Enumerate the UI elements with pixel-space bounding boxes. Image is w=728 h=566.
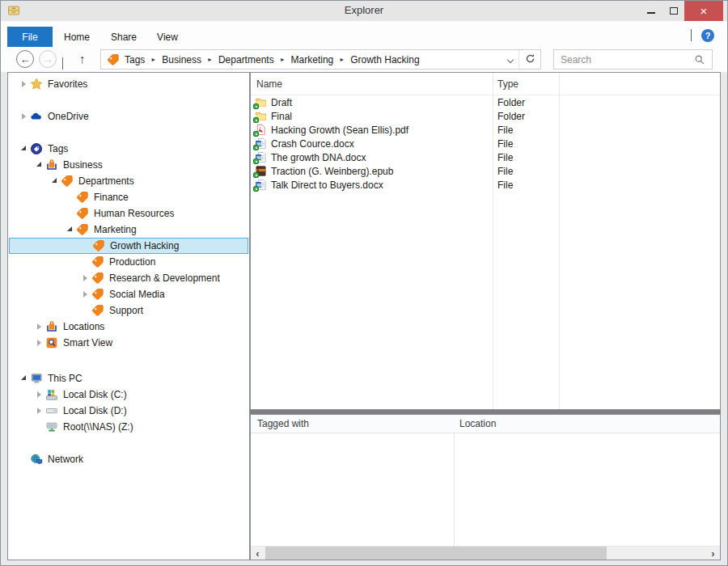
tab-share[interactable]: Share (104, 27, 143, 47)
triangle-collapsed-icon (22, 113, 29, 120)
file-row-final[interactable]: FinalFolder (251, 109, 720, 123)
sidebar-item-production[interactable]: Production (9, 254, 248, 270)
column-header-tagged-with[interactable]: Tagged with (257, 418, 309, 429)
onedrive-cloud-icon (30, 110, 44, 123)
tag-icon (91, 304, 105, 317)
tag-panel-header: Tagged with Location (251, 415, 720, 433)
expander-expanded-icon[interactable] (65, 228, 74, 231)
history-dropdown-button[interactable] (62, 57, 63, 69)
expander-expanded-icon[interactable] (19, 147, 28, 150)
expander-expanded-icon[interactable] (49, 180, 59, 183)
expander-expanded-icon[interactable] (34, 163, 44, 167)
sidebar-item-local-disk-c[interactable]: Local Disk (C:) (9, 386, 248, 403)
sidebar-item-network[interactable]: Network (9, 451, 248, 467)
scroll-left-button[interactable]: ‹ (251, 547, 265, 560)
sidebar-item-label: Local Disk (D:) (63, 405, 127, 416)
file-name: The growth DNA.docx (271, 152, 366, 163)
address-bar[interactable]: Tags►Business►Departments►Marketing►Grow… (100, 49, 541, 70)
expander-collapsed-icon[interactable] (34, 391, 44, 398)
refresh-button[interactable] (519, 53, 540, 66)
search-input[interactable] (554, 54, 694, 65)
sidebar-item-locations[interactable]: Locations (9, 319, 248, 335)
sidebar-item-this-pc[interactable]: This PC (9, 370, 248, 386)
close-button[interactable]: × (684, 1, 723, 21)
help-button[interactable]: ? (701, 29, 714, 42)
breadcrumb-item-growth-hacking[interactable]: Growth Hacking (350, 54, 419, 65)
tab-view[interactable]: View (150, 27, 185, 47)
expander-collapsed-icon[interactable] (80, 275, 90, 281)
tab-file[interactable]: File (7, 27, 53, 47)
file-row-hacking-growth-sean-ellis-pdf[interactable]: Hacking Growth (Sean Ellis).pdfFile (251, 123, 720, 137)
breadcrumb-item-tags[interactable]: Tags (125, 54, 145, 65)
close-icon: × (700, 4, 708, 18)
file-row-crash-cource-docx[interactable]: WCrash Cource.docxFile (251, 137, 720, 150)
maximize-button[interactable] (664, 1, 684, 20)
breadcrumb-item-marketing[interactable]: Marketing (291, 54, 334, 65)
file-list-body: DraftFolderFinalFolderHacking Growth (Se… (251, 95, 720, 192)
tag-icon (91, 256, 105, 268)
breadcrumb-item-business[interactable]: Business (162, 54, 201, 65)
sidebar-item-business[interactable]: Business (9, 157, 248, 173)
sidebar-item-social-media[interactable]: Social Media (9, 286, 248, 302)
arrow-right-icon: → (43, 53, 53, 65)
sidebar-item-finance[interactable]: Finance (9, 189, 248, 205)
sidebar-item-smart-view[interactable]: Smart View (9, 335, 248, 351)
horizontal-scrollbar: ‹ › (251, 546, 720, 560)
collapse-ribbon-button[interactable] (691, 30, 692, 41)
breadcrumb-separator-icon: ► (280, 57, 286, 62)
column-header-location[interactable]: Location (459, 418, 496, 429)
sidebar-item-label: Finance (94, 192, 129, 203)
breadcrumb-separator-icon: ► (207, 57, 213, 62)
expander-collapsed-icon[interactable] (34, 340, 44, 346)
tagged-badge-icon (253, 145, 259, 150)
sidebar-item-marketing[interactable]: Marketing (9, 222, 248, 238)
sidebar-item-label: Marketing (94, 224, 137, 235)
tab-home[interactable]: Home (59, 27, 95, 47)
up-button[interactable]: ↑ (79, 52, 86, 65)
expander-collapsed-icon[interactable] (34, 408, 44, 414)
file-name: Talk Direct to Buyers.docx (271, 180, 383, 191)
triangle-expanded-icon (36, 162, 41, 167)
scrollbar-thumb[interactable] (265, 547, 607, 560)
expander-collapsed-icon[interactable] (19, 81, 28, 87)
minimize-button[interactable] (641, 1, 661, 20)
expander-collapsed-icon[interactable] (80, 291, 90, 298)
sidebar-item-local-disk-d[interactable]: Local Disk (D:) (9, 403, 248, 419)
file-row-draft[interactable]: DraftFolder (251, 95, 720, 109)
file-row-talk-direct-to-buyers-docx[interactable]: WTalk Direct to Buyers.docxFile (251, 178, 720, 192)
sidebar-item-label: Local Disk (C:) (63, 389, 127, 400)
sidebar-item-departments[interactable]: Departments (9, 173, 248, 189)
back-button[interactable]: ← (16, 50, 34, 68)
sidebar-item-growth-hacking[interactable]: Growth Hacking (9, 238, 248, 254)
column-header-name[interactable]: Name (256, 78, 282, 90)
chevron-down-icon (507, 56, 514, 62)
column-header-type[interactable]: Type (497, 78, 518, 90)
file-type: File (497, 138, 513, 150)
breadcrumb-item-departments[interactable]: Departments (218, 54, 274, 65)
sidebar-item-onedrive[interactable]: OneDrive (9, 108, 248, 125)
sidebar-item-label: Tags (48, 143, 68, 154)
epub-icon (255, 165, 267, 177)
file-row-traction-g-weinberg-epub[interactable]: Traction (G. Weinberg).epubFile (251, 164, 720, 178)
tagged-badge-icon (253, 186, 259, 192)
expander-collapsed-icon[interactable] (19, 113, 28, 120)
minimize-icon (647, 12, 655, 14)
sidebar-item-support[interactable]: Support (9, 302, 248, 319)
expander-collapsed-icon[interactable] (34, 323, 44, 330)
sidebar-item-label: Production (109, 256, 155, 268)
tag-icon (76, 223, 90, 236)
sidebar-item-label: Departments (78, 175, 134, 187)
sidebar-item-root-nas-z[interactable]: Root(\\NAS) (Z:) (9, 419, 248, 435)
tagged-badge-icon (253, 131, 259, 137)
sidebar-item-human-resources[interactable]: Human Resources (9, 205, 248, 222)
sidebar-item-tags[interactable]: Tags (9, 141, 248, 157)
sidebar-item-favorites[interactable]: Favorites (9, 76, 248, 92)
tagged-badge-icon (253, 117, 259, 123)
address-dropdown-button[interactable] (502, 57, 518, 62)
forward-button: → (39, 50, 57, 68)
expander-expanded-icon[interactable] (19, 377, 28, 380)
scroll-right-button[interactable]: › (706, 547, 720, 560)
file-row-the-growth-dna-docx[interactable]: WThe growth DNA.docxFile (251, 150, 720, 164)
triangle-collapsed-icon (22, 81, 29, 87)
sidebar-item-research-development[interactable]: Research & Development (9, 270, 248, 286)
